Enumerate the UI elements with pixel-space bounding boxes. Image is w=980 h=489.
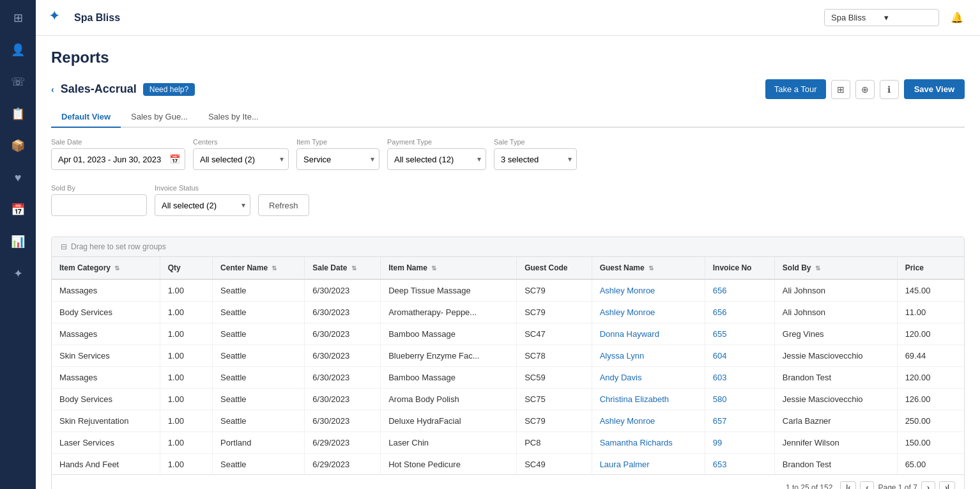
company-dropdown-icon: ▾ bbox=[884, 13, 932, 22]
centers-label: Centers bbox=[193, 138, 289, 146]
col-sold-by[interactable]: Sold By ⇅ bbox=[774, 257, 897, 279]
sale-type-select-wrapper: 3 selected bbox=[494, 148, 577, 170]
col-invoice-no[interactable]: Invoice No bbox=[705, 257, 774, 279]
refresh-button[interactable]: Refresh bbox=[258, 194, 309, 216]
cell-invoice_no[interactable]: 656 bbox=[705, 279, 774, 302]
add-row-icon[interactable]: ⊕ bbox=[855, 80, 875, 99]
cell-invoice_no[interactable]: 655 bbox=[705, 323, 774, 345]
need-help-badge[interactable]: Need help? bbox=[143, 83, 195, 96]
cell-guest_name[interactable]: Donna Hayward bbox=[592, 323, 705, 345]
cell-item_category: Massages bbox=[52, 367, 160, 389]
col-guest-code[interactable]: Guest Code bbox=[517, 257, 592, 279]
cell-guest_name[interactable]: Christina Elizabeth bbox=[592, 389, 705, 410]
cell-guest_name[interactable]: Ashley Monroe bbox=[592, 279, 705, 302]
link-invoice_no[interactable]: 656 bbox=[713, 307, 727, 317]
sidebar-item-favorites[interactable]: ♥ bbox=[8, 167, 28, 188]
next-page-button[interactable]: › bbox=[921, 481, 935, 489]
cell-invoice_no[interactable]: 657 bbox=[705, 410, 774, 432]
cell-invoice_no[interactable]: 656 bbox=[705, 302, 774, 323]
link-invoice_no[interactable]: 656 bbox=[713, 286, 727, 295]
cell-qty: 1.00 bbox=[160, 389, 212, 410]
tab-default-view[interactable]: Default View bbox=[51, 107, 121, 128]
tab-sales-by-item[interactable]: Sales by Ite... bbox=[198, 107, 269, 128]
cell-item_category: Massages bbox=[52, 323, 160, 345]
cell-guest_name[interactable]: Ashley Monroe bbox=[592, 302, 705, 323]
link-invoice_no[interactable]: 657 bbox=[713, 416, 727, 426]
sidebar-item-notes[interactable]: 📋 bbox=[8, 104, 28, 124]
cell-invoice_no[interactable]: 653 bbox=[705, 454, 774, 475]
cell-price: 120.00 bbox=[897, 367, 964, 389]
info-icon[interactable]: ℹ bbox=[880, 80, 899, 99]
cell-sale_date: 6/30/2023 bbox=[305, 389, 381, 410]
link-guest_name[interactable]: Samantha Richards bbox=[600, 438, 673, 447]
sidebar-item-phone[interactable]: ☏ bbox=[8, 72, 28, 92]
cell-guest_name[interactable]: Ashley Monroe bbox=[592, 410, 705, 432]
cell-guest_name[interactable]: Alyssa Lynn bbox=[592, 345, 705, 367]
col-price[interactable]: Price bbox=[897, 257, 964, 279]
cell-sold_by: Ali Johnson bbox=[774, 302, 897, 323]
sale-type-select[interactable]: 3 selected bbox=[494, 148, 577, 170]
link-invoice_no[interactable]: 604 bbox=[713, 351, 727, 361]
last-page-button[interactable]: ›| bbox=[939, 481, 955, 489]
sales-table: Item Category ⇅ Qty Center Name ⇅ Sale D… bbox=[52, 257, 964, 474]
notification-icon[interactable]: 🔔 bbox=[947, 8, 967, 28]
sale-date-input[interactable] bbox=[51, 148, 185, 170]
centers-select[interactable]: All selected (2) bbox=[193, 148, 289, 170]
cell-invoice_no[interactable]: 99 bbox=[705, 432, 774, 454]
cell-guest_name[interactable]: Laura Palmer bbox=[592, 454, 705, 475]
sidebar-item-calendar[interactable]: 📅 bbox=[8, 199, 28, 220]
centers-select-wrapper: All selected (2) bbox=[193, 148, 289, 170]
col-item-category[interactable]: Item Category ⇅ bbox=[52, 257, 160, 279]
company-selector[interactable]: Spa Bliss ▾ bbox=[824, 9, 939, 26]
pagination-controls: |‹ ‹ Page 1 of 7 › ›| bbox=[840, 481, 955, 489]
columns-icon[interactable]: ⊞ bbox=[831, 80, 850, 99]
col-guest-name[interactable]: Guest Name ⇅ bbox=[592, 257, 705, 279]
sold-by-input[interactable] bbox=[51, 194, 147, 216]
cell-invoice_no[interactable]: 604 bbox=[705, 345, 774, 367]
take-tour-button[interactable]: Take a Tour bbox=[765, 79, 826, 99]
payment-type-filter: Payment Type All selected (12) bbox=[387, 138, 486, 170]
link-guest_name[interactable]: Ashley Monroe bbox=[600, 307, 655, 317]
first-page-button[interactable]: |‹ bbox=[840, 481, 856, 489]
cell-item_name: Bamboo Massage bbox=[381, 323, 517, 345]
sidebar-item-clients[interactable]: 👤 bbox=[8, 40, 28, 60]
prev-page-button[interactable]: ‹ bbox=[860, 481, 874, 489]
link-invoice_no[interactable]: 580 bbox=[713, 394, 727, 404]
cell-guest_name[interactable]: Andy Davis bbox=[592, 367, 705, 389]
cell-sale_date: 6/30/2023 bbox=[305, 323, 381, 345]
link-guest_name[interactable]: Donna Hayward bbox=[600, 329, 659, 339]
sidebar-item-products[interactable]: 📦 bbox=[8, 136, 28, 156]
cell-guest_name[interactable]: Samantha Richards bbox=[592, 432, 705, 454]
cell-item_category: Skin Services bbox=[52, 345, 160, 367]
cell-price: 145.00 bbox=[897, 279, 964, 302]
cell-item_category: Body Services bbox=[52, 302, 160, 323]
link-invoice_no[interactable]: 655 bbox=[713, 329, 727, 339]
link-invoice_no[interactable]: 603 bbox=[713, 373, 727, 382]
link-invoice_no[interactable]: 653 bbox=[713, 460, 727, 469]
sidebar-item-dashboard[interactable]: ⊞ bbox=[8, 8, 28, 28]
payment-type-select[interactable]: All selected (12) bbox=[387, 148, 486, 170]
table-scroll-area[interactable]: Item Category ⇅ Qty Center Name ⇅ Sale D… bbox=[52, 257, 964, 474]
cell-center_name: Seattle bbox=[213, 323, 305, 345]
link-guest_name[interactable]: Alyssa Lynn bbox=[600, 351, 645, 361]
link-guest_name[interactable]: Christina Elizabeth bbox=[600, 394, 669, 404]
col-item-name[interactable]: Item Name ⇅ bbox=[381, 257, 517, 279]
col-sale-date[interactable]: Sale Date ⇅ bbox=[305, 257, 381, 279]
drag-row: ⊟ Drag here to set row groups bbox=[52, 237, 964, 257]
invoice-status-select[interactable]: All selected (2) bbox=[155, 194, 250, 216]
col-qty[interactable]: Qty bbox=[160, 257, 212, 279]
link-guest_name[interactable]: Ashley Monroe bbox=[600, 286, 655, 295]
link-invoice_no[interactable]: 99 bbox=[713, 438, 722, 447]
link-guest_name[interactable]: Ashley Monroe bbox=[600, 416, 655, 426]
tab-sales-by-guest[interactable]: Sales by Gue... bbox=[121, 107, 198, 128]
save-view-button[interactable]: Save View bbox=[904, 79, 965, 99]
cell-invoice_no[interactable]: 580 bbox=[705, 389, 774, 410]
sidebar-item-settings[interactable]: ✦ bbox=[8, 263, 28, 284]
col-center-name[interactable]: Center Name ⇅ bbox=[213, 257, 305, 279]
cell-invoice_no[interactable]: 603 bbox=[705, 367, 774, 389]
link-guest_name[interactable]: Andy Davis bbox=[600, 373, 642, 382]
sidebar-item-reports[interactable]: 📊 bbox=[8, 231, 28, 252]
back-button[interactable]: ‹ bbox=[51, 84, 54, 95]
item-type-select[interactable]: Service bbox=[296, 148, 379, 170]
link-guest_name[interactable]: Laura Palmer bbox=[600, 460, 650, 469]
